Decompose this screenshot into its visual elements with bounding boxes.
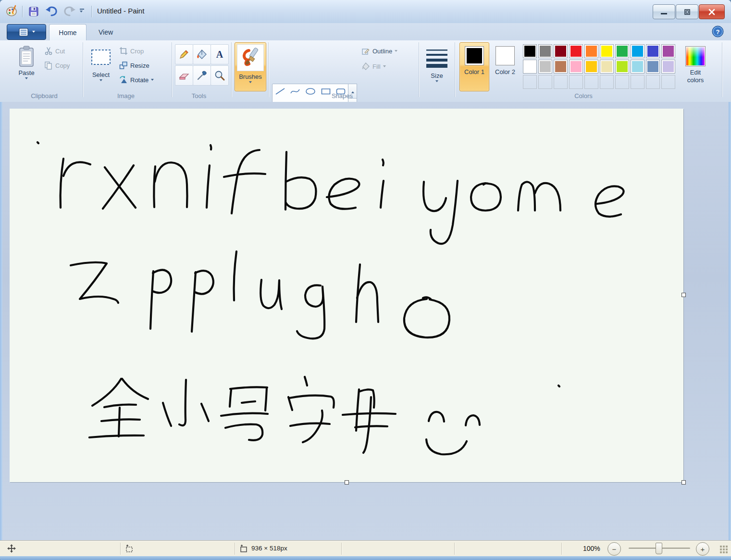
palette-swatch[interactable] [523, 60, 537, 74]
palette-empty-slot[interactable] [661, 75, 675, 89]
palette-swatch[interactable] [600, 44, 614, 58]
palette-empty-slot[interactable] [646, 75, 660, 89]
palette-empty-slot[interactable] [554, 75, 568, 89]
paint-logo-icon[interactable] [6, 5, 18, 17]
color2-button[interactable]: Color 2 [491, 42, 519, 91]
titlebar-separator [91, 6, 92, 17]
restore-button[interactable] [676, 4, 698, 19]
save-button[interactable] [28, 6, 39, 17]
close-icon [708, 8, 716, 16]
palette-swatch[interactable] [584, 44, 598, 58]
cut-label: Cut [55, 48, 65, 55]
group-separator [419, 42, 419, 97]
rotate-button[interactable]: Rotate [119, 74, 172, 86]
palette-swatch[interactable] [661, 44, 675, 58]
palette-swatch[interactable] [538, 60, 552, 74]
copy-button[interactable]: Copy [44, 60, 82, 71]
close-button[interactable] [699, 4, 725, 19]
ribbon-tab-row: Home View ? [0, 23, 731, 40]
palette-swatch[interactable] [646, 60, 660, 74]
cut-button[interactable]: Cut [44, 45, 82, 57]
palette-empty-slot[interactable] [584, 75, 598, 89]
resize-button[interactable]: Resize [119, 60, 169, 71]
text-icon: A [214, 49, 225, 60]
eraser-tool-button[interactable] [175, 65, 193, 86]
canvas-resize-handle-bottom[interactable] [345, 480, 349, 485]
tools-group-label: Tools [165, 92, 233, 100]
palette-swatch[interactable] [600, 60, 614, 74]
shapes-group-label: Shapes [309, 92, 376, 100]
crop-button[interactable]: Crop [119, 45, 169, 57]
palette-swatch[interactable] [569, 60, 583, 74]
statusbar-separator [341, 543, 342, 555]
resize-grip[interactable] [720, 546, 722, 548]
group-separator [231, 42, 232, 97]
application-menu-button[interactable] [7, 24, 46, 40]
edit-colors-icon [685, 46, 706, 66]
line-shape[interactable] [273, 85, 287, 98]
curve-shape[interactable] [288, 85, 302, 98]
zoom-out-button[interactable]: − [607, 542, 621, 556]
palette-swatch[interactable] [631, 44, 644, 58]
canvas-resize-handle-corner[interactable] [681, 480, 686, 485]
edit-colors-button[interactable]: Edit colors [677, 42, 714, 91]
help-button[interactable]: ? [711, 25, 724, 38]
outline-icon [361, 47, 370, 55]
minimize-icon [661, 13, 667, 14]
dropdown-arrow-icon [395, 50, 397, 53]
palette-swatch[interactable] [538, 44, 552, 58]
tab-home[interactable]: Home [49, 24, 87, 41]
rotate-label: Rotate [130, 76, 149, 84]
magnifier-tool-button[interactable] [211, 65, 229, 86]
copy-label: Copy [55, 62, 70, 69]
size-lines-icon [426, 48, 448, 69]
palette-swatch[interactable] [646, 44, 660, 58]
fill-tool-button[interactable] [193, 44, 211, 64]
drawing-canvas[interactable] [10, 109, 683, 482]
select-button[interactable]: Select [87, 42, 115, 91]
palette-swatch[interactable] [554, 44, 568, 58]
dropdown-arrow-icon [99, 79, 102, 83]
palette-swatch[interactable] [661, 60, 675, 74]
brushes-label: Brushes [239, 73, 262, 80]
statusbar-separator [454, 543, 455, 555]
palette-empty-slot[interactable] [615, 75, 629, 89]
color1-label: Color 1 [462, 68, 486, 76]
palette-empty-slot[interactable] [569, 75, 583, 89]
palette-swatch[interactable] [523, 44, 537, 58]
paste-button[interactable]: Paste [11, 42, 42, 91]
color2-swatch [497, 48, 513, 63]
pencil-tool-button[interactable] [175, 44, 193, 64]
canvas-resize-handle-right[interactable] [681, 293, 686, 297]
color-picker-tool-button[interactable] [193, 65, 211, 86]
shape-fill-button[interactable]: Fill [361, 61, 415, 72]
palette-swatch[interactable] [584, 60, 598, 74]
edit-colors-label: Edit colors [681, 69, 710, 84]
palette-swatch[interactable] [615, 60, 629, 74]
palette-empty-slot[interactable] [538, 75, 552, 89]
palette-swatch[interactable] [554, 60, 568, 74]
redo-button[interactable] [62, 5, 77, 18]
palette-swatch[interactable] [615, 44, 629, 58]
scissors-icon [44, 47, 53, 55]
palette-empty-slot[interactable] [631, 75, 644, 89]
text-tool-button[interactable]: A [211, 44, 229, 64]
zoom-in-button[interactable]: + [696, 542, 709, 556]
brushes-button[interactable]: Brushes [235, 42, 266, 91]
tab-view[interactable]: View [87, 24, 124, 40]
image-size-icon [239, 544, 248, 553]
undo-button[interactable] [44, 5, 59, 18]
palette-empty-slot[interactable] [600, 75, 614, 89]
color1-button[interactable]: Color 1 [459, 42, 489, 91]
window-border-bottom [0, 556, 731, 560]
customize-quick-access-icon[interactable] [80, 9, 84, 14]
fill-bucket-icon [196, 49, 208, 60]
shape-outline-button[interactable]: Outline [361, 45, 415, 57]
palette-swatch[interactable] [569, 44, 583, 58]
minimize-button[interactable] [653, 4, 675, 19]
zoom-slider-thumb[interactable] [656, 543, 662, 554]
size-button[interactable]: Size [422, 42, 452, 91]
resize-icon [119, 61, 128, 70]
palette-empty-slot[interactable] [523, 75, 537, 89]
palette-swatch[interactable] [631, 60, 644, 74]
